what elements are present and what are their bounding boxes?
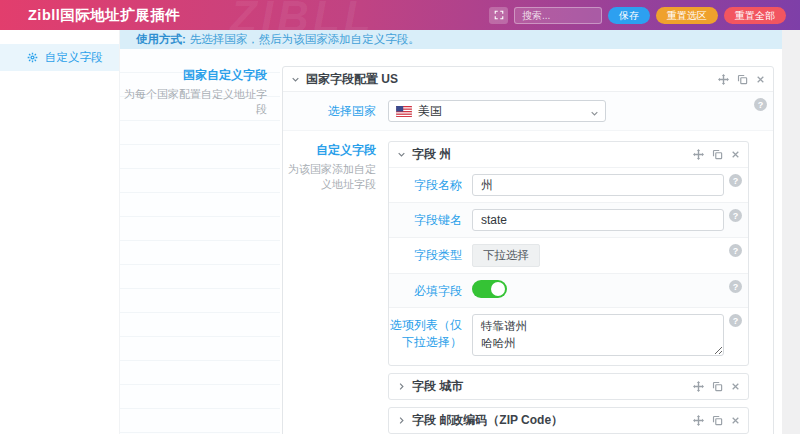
move-icon[interactable] xyxy=(718,74,729,85)
settings-content: 国家自定义字段 为每个国家配置自定义地址字段 国家字段配置 US xyxy=(120,49,782,434)
field-panel-zip: 字段 邮政编码（ZIP Code） xyxy=(388,407,749,434)
field-panel-state: 字段 州 字段名称 xyxy=(388,141,749,366)
close-icon[interactable] xyxy=(731,416,740,425)
country-config-panel: 国家字段配置 US 选择国家 xyxy=(282,66,774,434)
chevron-down-icon xyxy=(590,107,599,121)
brand-watermark: ZIBLL xyxy=(230,0,375,30)
close-icon[interactable] xyxy=(731,150,740,159)
header: Zibll国际地址扩展插件 ZIBLL 保存 重置选区 重置全部 xyxy=(0,0,800,30)
chevron-right-icon xyxy=(397,382,406,391)
country-panel-title: 国家字段配置 US xyxy=(306,71,398,88)
clone-icon[interactable] xyxy=(712,381,723,392)
field-required-label: 必填字段 xyxy=(389,279,472,301)
country-panel-header[interactable]: 国家字段配置 US xyxy=(283,67,773,92)
section-subtitle: 为每个国家配置自定义地址字段 xyxy=(120,87,267,117)
page-title: Zibll国际地址扩展插件 xyxy=(28,6,180,25)
chevron-down-icon xyxy=(291,75,300,84)
header-controls: 保存 重置选区 重置全部 xyxy=(489,7,786,24)
help-icon[interactable]: ? xyxy=(729,314,742,327)
field-type-row: 字段类型 下拉选择 ? xyxy=(389,237,748,273)
page-background-strip xyxy=(782,30,800,434)
field-options-label: 选项列表（仅下拉选择） xyxy=(389,313,472,359)
close-icon[interactable] xyxy=(756,75,765,84)
field-type-select[interactable]: 下拉选择 xyxy=(472,244,540,267)
select-country-row: 选择国家 xyxy=(283,92,773,131)
plugin-settings-window: Zibll国际地址扩展插件 ZIBLL 保存 重置选区 重置全部 xyxy=(0,0,800,434)
custom-fields-sublabel: 为该国家添加自定义地址字段 xyxy=(283,162,376,192)
field-panel-title: 字段 州 xyxy=(412,146,451,163)
field-name-label: 字段名称 xyxy=(389,173,472,196)
notice-label: 使用方式: xyxy=(136,32,186,47)
field-options-row: 选项列表（仅下拉选择） 特靠谱州 哈哈州 ? xyxy=(389,307,748,365)
move-icon[interactable] xyxy=(693,381,704,392)
field-panel-header[interactable]: 字段 城市 xyxy=(389,374,748,399)
usage-notice: 使用方式: 先选择国家，然后为该国家添加自定义字段。 xyxy=(120,30,782,49)
main-area: 使用方式: 先选择国家，然后为该国家添加自定义字段。 国家自定义字段 为每个国家… xyxy=(120,30,782,434)
sidebar-item-label: 自定义字段 xyxy=(45,50,103,65)
move-icon[interactable] xyxy=(693,415,704,426)
field-name-input[interactable] xyxy=(472,174,724,196)
help-icon[interactable]: ? xyxy=(729,244,742,257)
field-panel-title: 字段 邮政编码（ZIP Code） xyxy=(412,412,563,429)
help-icon[interactable]: ? xyxy=(754,98,767,111)
save-button[interactable]: 保存 xyxy=(608,7,650,24)
help-icon[interactable]: ? xyxy=(729,174,742,187)
help-icon[interactable]: ? xyxy=(729,280,742,293)
field-name-row: 字段名称 ? xyxy=(389,167,748,202)
field-key-row: 字段键名 ? xyxy=(389,202,748,237)
select-country-label: 选择国家 xyxy=(283,103,376,120)
us-flag-icon xyxy=(396,106,412,117)
field-panel-header[interactable]: 字段 州 xyxy=(389,142,748,167)
country-select-value: 美国 xyxy=(418,103,442,120)
help-icon[interactable]: ? xyxy=(729,209,742,222)
required-toggle[interactable] xyxy=(472,280,507,298)
reset-section-button[interactable]: 重置选区 xyxy=(656,7,718,24)
body: 自定义字段 使用方式: 先选择国家，然后为该国家添加自定义字段。 国家自定义字段… xyxy=(0,30,800,434)
country-select[interactable]: 美国 xyxy=(388,100,606,122)
clone-icon[interactable] xyxy=(737,74,748,85)
section-field-column: 国家字段配置 US 选择国家 xyxy=(280,49,782,434)
section-title: 国家自定义字段 xyxy=(120,67,267,84)
country-panel-actions xyxy=(718,74,765,85)
move-icon[interactable] xyxy=(693,149,704,160)
field-key-label: 字段键名 xyxy=(389,208,472,231)
expand-icon xyxy=(494,8,504,23)
field-required-row: 必填字段 ? xyxy=(389,273,748,307)
close-icon[interactable] xyxy=(731,382,740,391)
section-label-column: 国家自定义字段 为每个国家配置自定义地址字段 xyxy=(120,49,280,434)
chevron-right-icon xyxy=(397,416,406,425)
settings-search-input[interactable] xyxy=(514,7,602,24)
field-panel-header[interactable]: 字段 邮政编码（ZIP Code） xyxy=(389,408,748,433)
sidebar-item-custom-fields[interactable]: 自定义字段 xyxy=(0,44,119,71)
field-options-textarea[interactable]: 特靠谱州 哈哈州 xyxy=(472,314,724,356)
chevron-down-icon xyxy=(397,150,406,159)
clone-icon[interactable] xyxy=(712,415,723,426)
sidebar: 自定义字段 xyxy=(0,30,120,434)
custom-fields-row: 自定义字段 为该国家添加自定义地址字段 xyxy=(283,131,773,434)
field-panel-title: 字段 城市 xyxy=(412,378,463,395)
field-type-label: 字段类型 xyxy=(389,243,472,267)
clone-icon[interactable] xyxy=(712,149,723,160)
reset-all-button[interactable]: 重置全部 xyxy=(724,7,786,24)
field-panel-city: 字段 城市 xyxy=(388,373,749,400)
notice-text: 先选择国家，然后为该国家添加自定义字段。 xyxy=(190,32,420,47)
custom-fields-label: 自定义字段 xyxy=(283,142,376,159)
expand-all-button[interactable] xyxy=(489,7,508,24)
gear-icon xyxy=(27,52,38,63)
field-key-input[interactable] xyxy=(472,209,724,231)
